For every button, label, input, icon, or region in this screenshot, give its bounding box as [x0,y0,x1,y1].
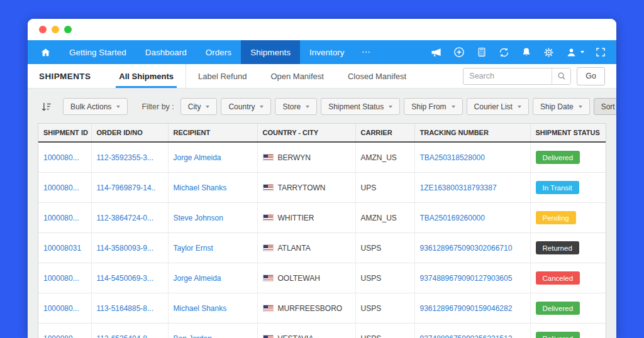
city-label: OOLTEWAH [278,274,320,283]
order-id-cell[interactable]: 112-6535404-8... [91,324,168,338]
carrier-cell: AMZN_US [355,203,414,233]
shipment-id-cell[interactable]: 1000080... [38,293,91,324]
filter-button[interactable]: Ship From [404,98,462,115]
table-row[interactable]: 100008031 114-3580093-9... Taylor Ernst … [38,233,606,263]
table-header-row: SHIPMENT ID ORDER ID/NO RECIPIENT COUNTR… [38,124,606,142]
shipment-id-cell[interactable]: 1000080... [38,173,91,203]
shipment-id-cell[interactable]: 1000080... [38,142,91,173]
caret-down-icon [206,106,209,108]
table-row[interactable]: 1000080... 112-6535404-8... Ben Jordan V… [38,324,606,338]
account-icon[interactable] [565,46,584,58]
status-badge: Delivered [536,302,580,315]
nav-item[interactable]: Shipments [241,40,300,64]
search-input[interactable] [464,68,552,84]
go-button[interactable]: Go [577,67,605,85]
minimize-window-button[interactable] [52,26,59,33]
recipient-cell[interactable]: Michael Shanks [168,173,257,203]
column-header: ORDER ID/NO [91,124,168,142]
recipient-cell[interactable]: Steve Johnson [168,203,257,233]
announcement-icon[interactable] [430,46,442,58]
order-id-cell[interactable]: 114-7969879-14.. [91,173,168,203]
carrier-cell: USPS [355,263,414,293]
caret-down-icon [116,106,120,108]
filter-buttons: City Country Store Shipment Stat [180,98,616,115]
page-title: SHIPMENTS [39,72,91,81]
nav-more-button[interactable] [353,40,379,64]
nav-item-label: Getting Started [69,48,126,57]
bulk-actions-label: Bulk Actions [70,102,111,111]
tab-label: Label Refund [198,72,247,81]
recipient-cell[interactable]: Ben Jordan [168,324,257,338]
nav-item[interactable]: Dashboard [136,40,196,64]
tab[interactable]: Label Refund [186,64,258,88]
shipment-id-cell[interactable]: 1000080... [38,324,91,338]
calculator-icon[interactable] [476,46,487,58]
filter-button[interactable]: Shipment Status [321,98,400,115]
add-icon[interactable] [453,46,465,58]
city-label: BERWYN [278,153,311,162]
browser-window: Getting Started Dashboard Orders Shipmen… [28,19,616,338]
recipient-cell[interactable]: Michael Shanks [168,293,257,324]
filter-button[interactable]: Ship Date [533,98,590,115]
tab-label: All Shipments [119,72,174,81]
tracking-number-cell[interactable]: 9374889679090127903605 [414,263,530,293]
status-badge: Returned [536,241,579,254]
order-id-cell[interactable]: 113-5164885-8... [91,293,168,324]
tab[interactable]: Open Manifest [258,64,336,88]
search-icon[interactable] [552,68,570,84]
status-cell: In Transit [530,173,606,203]
settings-gear-icon[interactable] [543,46,555,58]
zoom-window-button[interactable] [64,26,72,33]
tracking-number-cell[interactable]: 1ZE163800318793387 [414,173,530,203]
table-row[interactable]: 1000080... 112-3864724-0... Steve Johnso… [38,203,606,233]
tab[interactable]: All Shipments [107,64,186,88]
table-row[interactable]: 1000080... 112-3592355-3... Jorge Almeid… [38,142,606,173]
order-id-cell[interactable]: 114-3580093-9... [91,233,168,263]
bulk-actions-button[interactable]: Bulk Actions [63,98,128,115]
filter-button-label: Ship From [411,102,446,111]
shipment-id-cell[interactable]: 1000080... [38,203,91,233]
sync-icon[interactable] [498,46,510,58]
order-id-cell[interactable]: 112-3592355-3... [91,142,168,173]
nav-item[interactable]: Getting Started [60,40,136,64]
shipments-tabs: All Shipments Label Refund Open Manifest… [107,64,418,88]
home-icon [40,47,51,58]
table-row[interactable]: 1000080... 113-5164885-8... Michael Shan… [38,293,606,324]
caret-down-icon [518,106,521,108]
nav-item-label: Dashboard [145,48,187,57]
tracking-number-cell[interactable]: 9361289675090302066710 [414,233,530,263]
country-city-cell: TARRYTOWN [257,173,355,203]
country-city-cell: BERWYN [257,142,355,173]
tracking-number-cell[interactable]: 9374889675090256231512 [414,324,530,338]
filter-button[interactable]: Store [275,98,317,115]
nav-item[interactable]: Inventory [300,40,354,64]
filter-button[interactable]: Courier List [467,98,529,115]
shipment-id-cell[interactable]: 100008031 [38,233,91,263]
home-button[interactable] [31,40,60,64]
sort-order-icon[interactable] [38,101,55,113]
fullscreen-icon[interactable] [595,46,606,58]
close-window-button[interactable] [39,26,47,33]
us-flag-icon [263,184,274,191]
recipient-cell[interactable]: Jorge Almeida [168,263,257,293]
filter-button[interactable]: Sort By [594,98,616,115]
recipient-cell[interactable]: Taylor Ernst [168,233,257,263]
tracking-number-cell[interactable]: TBA250169260000 [414,203,530,233]
tracking-number-cell[interactable]: TBA250318528000 [414,142,530,173]
nav-item[interactable]: Orders [196,40,241,64]
filter-button[interactable]: Country [221,98,271,115]
filter-button[interactable]: City [180,98,218,115]
column-header: COUNTRY - CITY [257,124,355,142]
tab[interactable]: Closed Manifest [336,64,418,88]
order-id-cell[interactable]: 114-5450069-3... [91,263,168,293]
table-row[interactable]: 1000080... 114-5450069-3... Jorge Almeid… [38,263,606,293]
notifications-bell-icon[interactable] [521,46,532,58]
shipment-id-cell[interactable]: 1000080... [38,263,91,293]
table-row[interactable]: 1000080... 114-7969879-14.. Michael Shan… [38,173,606,203]
us-flag-icon [263,305,274,312]
recipient-cell[interactable]: Jorge Almeida [168,142,257,173]
caret-down-icon [306,106,309,108]
carrier-cell: USPS [355,324,414,338]
tracking-number-cell[interactable]: 9361289679090159046282 [414,293,530,324]
order-id-cell[interactable]: 112-3864724-0... [91,203,168,233]
